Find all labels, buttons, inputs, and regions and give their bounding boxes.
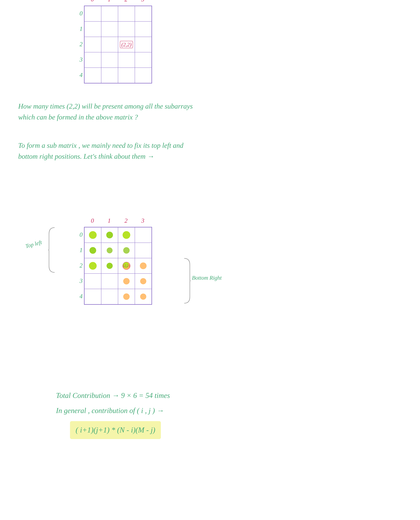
cell-4-1 bbox=[101, 68, 118, 83]
formula-line-2: In general , contribution of ( i , j ) → bbox=[56, 405, 170, 417]
cell2-4-0 bbox=[84, 289, 101, 304]
cell2-3-3 bbox=[135, 273, 152, 289]
row2-label-1: 1 bbox=[73, 242, 82, 258]
cell-3-2 bbox=[118, 52, 135, 68]
second-matrix-col-labels: 0 1 2 3 bbox=[84, 217, 151, 224]
table-row bbox=[84, 227, 152, 243]
bottom-right-label: Bottom Right bbox=[192, 274, 222, 281]
row-label-3: 3 bbox=[73, 52, 82, 67]
row-label-4: 4 bbox=[73, 67, 82, 83]
cell-0-2 bbox=[118, 6, 135, 22]
cell-4-3 bbox=[135, 68, 152, 83]
cell2-1-3 bbox=[135, 243, 152, 258]
text-line-3: To form a sub matrix , we mainly need to… bbox=[18, 140, 183, 151]
table-row bbox=[84, 68, 152, 83]
green-dot bbox=[106, 232, 113, 238]
text-line-2: which can be formed in the above matrix … bbox=[18, 112, 193, 123]
cell-4-0 bbox=[84, 68, 101, 83]
table-row bbox=[84, 243, 152, 258]
right-brace-icon bbox=[183, 258, 191, 304]
second-matrix-container: 0 1 2 3 0 1 2 3 4 bbox=[84, 227, 152, 305]
text-block-1: How many times (2,2) will be present amo… bbox=[18, 101, 193, 122]
row-label-0: 0 bbox=[73, 6, 82, 21]
col-label-0: 0 bbox=[84, 0, 101, 3]
cell-1-2 bbox=[118, 22, 135, 37]
text-block-2: To form a sub matrix , we mainly need to… bbox=[18, 140, 183, 162]
cell2-1-0 bbox=[84, 243, 101, 258]
green-dot bbox=[89, 231, 97, 239]
row2-label-3: 3 bbox=[73, 273, 82, 288]
green-dot bbox=[89, 262, 97, 270]
top-left-brace: Top left bbox=[48, 227, 56, 273]
text-line-4: bottom right positions. Let's think abou… bbox=[18, 151, 183, 162]
table-row bbox=[84, 22, 152, 37]
col-label-2: 2 bbox=[118, 0, 135, 3]
orange-dot bbox=[140, 263, 147, 269]
left-brace-icon bbox=[48, 227, 56, 273]
cell2-0-0 bbox=[84, 227, 101, 243]
top-matrix-table: (2,2) bbox=[84, 6, 152, 83]
col2-label-3: 3 bbox=[135, 217, 151, 224]
cell2-0-3 bbox=[135, 227, 152, 243]
formula-line-3: ( i+1)(j+1) * (N - i)(M - j) bbox=[70, 421, 170, 439]
cell-3-1 bbox=[101, 52, 118, 68]
cell-2-3 bbox=[135, 37, 152, 52]
cell2-2-2: (2,2) bbox=[118, 258, 135, 273]
cell2-4-3 bbox=[135, 289, 152, 304]
top-matrix-col-labels: 0 1 2 3 bbox=[84, 0, 151, 3]
cell-3-3 bbox=[135, 52, 152, 68]
cell2-3-0 bbox=[84, 273, 101, 289]
cell2-2-3 bbox=[135, 258, 152, 273]
cell-2-1 bbox=[101, 37, 118, 52]
orange-dot bbox=[123, 278, 130, 284]
orange-dot bbox=[140, 278, 146, 284]
second-matrix-grid: (2,2) bbox=[84, 227, 152, 305]
row-label-1: 1 bbox=[73, 21, 82, 36]
cell2-0-2 bbox=[118, 227, 135, 243]
col2-label-0: 0 bbox=[84, 217, 101, 224]
cell2-1-2 bbox=[118, 243, 135, 258]
col-label-1: 1 bbox=[101, 0, 118, 3]
green-dot bbox=[107, 248, 112, 253]
row2-label-0: 0 bbox=[73, 227, 82, 242]
green-dot bbox=[123, 231, 130, 239]
cell2-2-1 bbox=[101, 258, 118, 273]
table-row: (2,2) bbox=[84, 37, 152, 52]
green-dot bbox=[123, 247, 130, 254]
cell-0-0 bbox=[84, 6, 101, 22]
cell2-4-2 bbox=[118, 289, 135, 304]
highlight-cell-label: (2,2) bbox=[120, 41, 133, 48]
cell-0-1 bbox=[101, 6, 118, 22]
top-matrix-grid: (2,2) bbox=[84, 6, 152, 83]
table-row bbox=[84, 289, 152, 304]
table-row bbox=[84, 273, 152, 289]
cell2-3-2 bbox=[118, 273, 135, 289]
orange-dot bbox=[123, 294, 130, 300]
cell-0-3 bbox=[135, 6, 152, 22]
cell-1-0 bbox=[84, 22, 101, 37]
cell-2-2: (2,2) bbox=[118, 37, 135, 52]
col2-label-1: 1 bbox=[101, 217, 118, 224]
cell2-4-1 bbox=[101, 289, 118, 304]
row-label-2: 2 bbox=[73, 36, 82, 52]
cell2-1-1 bbox=[101, 243, 118, 258]
formula-section: Total Contribution → 9 × 6 = 54 times In… bbox=[56, 389, 170, 439]
page-content: 0 1 2 3 0 1 2 3 4 bbox=[0, 0, 420, 520]
col-label-3: 3 bbox=[135, 0, 151, 3]
cell2-2-0 bbox=[84, 258, 101, 273]
top-matrix-row-labels: 0 1 2 3 4 bbox=[73, 6, 82, 83]
second-matrix-row-labels: 0 1 2 3 4 bbox=[73, 227, 82, 304]
green-dot bbox=[106, 263, 113, 269]
table-row bbox=[84, 6, 152, 22]
table-row: (2,2) bbox=[84, 258, 152, 273]
cell-2-0 bbox=[84, 37, 101, 52]
top-matrix-container: 0 1 2 3 0 1 2 3 4 bbox=[84, 6, 152, 83]
formula-line-1: Total Contribution → 9 × 6 = 54 times bbox=[56, 389, 170, 402]
bottom-right-brace: Bottom Right bbox=[183, 258, 191, 304]
second-matrix-table: (2,2) bbox=[84, 227, 152, 304]
top-left-label: Top left bbox=[25, 239, 43, 249]
row2-label-2: 2 bbox=[73, 258, 82, 273]
cell-1-3 bbox=[135, 22, 152, 37]
col2-label-2: 2 bbox=[118, 217, 135, 224]
cell-3-0 bbox=[84, 52, 101, 68]
